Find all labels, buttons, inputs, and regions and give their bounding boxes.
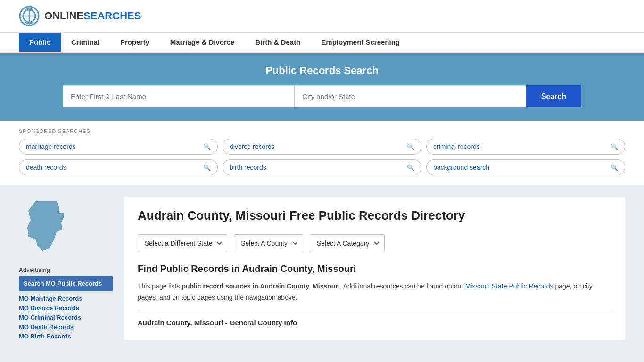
sidebar-link-criminal[interactable]: MO Criminal Records — [19, 314, 81, 321]
sponsored-item-birth[interactable]: birth records 🔍 — [223, 159, 421, 175]
body-text: This page lists — [138, 282, 182, 290]
article-body: This page lists public record sources in… — [138, 281, 612, 304]
county-dropdown[interactable]: Select A County — [234, 234, 303, 252]
sponsored-item-divorce[interactable]: divorce records 🔍 — [223, 139, 421, 155]
sponsored-item-label: criminal records — [433, 143, 480, 150]
sponsored-grid: marriage records 🔍 divorce records 🔍 cri… — [19, 139, 625, 175]
list-item[interactable]: MO Birth Records — [19, 332, 113, 340]
sponsored-item-label: divorce records — [230, 143, 275, 150]
sponsored-item-criminal[interactable]: criminal records 🔍 — [426, 139, 625, 155]
search-button[interactable]: Search — [526, 85, 581, 107]
dropdowns-row: Select a Different State Select A County… — [138, 234, 612, 252]
sidebar-link-birth[interactable]: MO Birth Records — [19, 333, 71, 340]
section-title: Find Public Records in Audrain County, M… — [138, 263, 612, 274]
article: Audrain County, Missouri Free Public Rec… — [124, 197, 625, 340]
search-icon-2: 🔍 — [611, 143, 618, 150]
sponsored-item-background[interactable]: background search 🔍 — [426, 159, 625, 175]
divider — [138, 311, 612, 311]
search-icon-5: 🔍 — [611, 164, 618, 171]
state-map — [19, 197, 113, 259]
hero-title: Public Records Search — [19, 65, 625, 77]
logo-searches: SEARCHES — [83, 10, 141, 22]
sponsored-item-label: background search — [433, 164, 489, 171]
logo-online: ONLINE — [44, 10, 83, 22]
nav-item-public[interactable]: Public — [19, 33, 61, 52]
county-info-title: Audrain County, Missouri - General Count… — [138, 319, 612, 327]
site-header: ONLINE SEARCHES — [0, 0, 644, 33]
sidebar: Advertising Search MO Public Records MO … — [19, 197, 113, 340]
list-item[interactable]: MO Death Records — [19, 323, 113, 330]
main-nav: Public Criminal Property Marriage & Divo… — [0, 33, 644, 53]
nav-item-birth-death[interactable]: Birth & Death — [245, 33, 311, 52]
nav-item-property[interactable]: Property — [110, 33, 160, 52]
sponsored-item-marriage[interactable]: marriage records 🔍 — [19, 139, 218, 155]
list-item[interactable]: MO Criminal Records — [19, 313, 113, 321]
logo-icon — [19, 6, 40, 26]
sidebar-link-death[interactable]: MO Death Records — [19, 323, 74, 330]
nav-item-criminal[interactable]: Criminal — [61, 33, 110, 52]
search-icon-3: 🔍 — [203, 164, 211, 171]
search-icon-1: 🔍 — [407, 143, 414, 150]
body-bold: public record sources in Audrain County,… — [182, 282, 339, 290]
category-dropdown[interactable]: Select A Category — [310, 234, 385, 252]
sponsored-item-death[interactable]: death records 🔍 — [19, 159, 218, 175]
location-input[interactable] — [294, 85, 526, 107]
logo-text: ONLINE SEARCHES — [44, 10, 141, 22]
sidebar-link-marriage[interactable]: MO Marriage Records — [19, 295, 82, 302]
advertising-label: Advertising — [19, 267, 113, 273]
sponsored-item-label: marriage records — [26, 143, 76, 150]
svg-marker-4 — [27, 201, 64, 251]
missouri-map-icon — [19, 197, 80, 258]
search-icon-0: 🔍 — [203, 143, 211, 150]
body-rest: . Additional resources can be found on o… — [340, 282, 465, 290]
sponsored-item-label: birth records — [230, 164, 266, 171]
ad-highlight[interactable]: Search MO Public Records — [19, 276, 113, 291]
list-item[interactable]: MO Marriage Records — [19, 295, 113, 302]
nav-item-employment[interactable]: Employment Screening — [311, 33, 410, 52]
list-item[interactable]: MO Divorce Records — [19, 304, 113, 312]
article-title: Audrain County, Missouri Free Public Rec… — [138, 208, 612, 224]
sidebar-link-divorce[interactable]: MO Divorce Records — [19, 304, 79, 312]
nav-item-marriage-divorce[interactable]: Marriage & Divorce — [160, 33, 245, 52]
hero-section: Public Records Search Search — [0, 53, 644, 121]
main-content: Advertising Search MO Public Records MO … — [0, 185, 644, 351]
logo[interactable]: ONLINE SEARCHES — [19, 6, 141, 26]
sponsored-item-label: death records — [26, 164, 66, 171]
name-input[interactable] — [63, 85, 294, 107]
state-dropdown[interactable]: Select a Different State — [138, 234, 227, 252]
sponsored-label: SPONSORED SEARCHES — [19, 128, 625, 134]
sponsored-section: SPONSORED SEARCHES marriage records 🔍 di… — [0, 121, 644, 185]
sidebar-links: MO Marriage Records MO Divorce Records M… — [19, 295, 113, 340]
search-bar: Search — [63, 85, 581, 107]
search-icon-4: 🔍 — [407, 164, 414, 171]
state-link[interactable]: Missouri State Public Records — [465, 282, 553, 290]
